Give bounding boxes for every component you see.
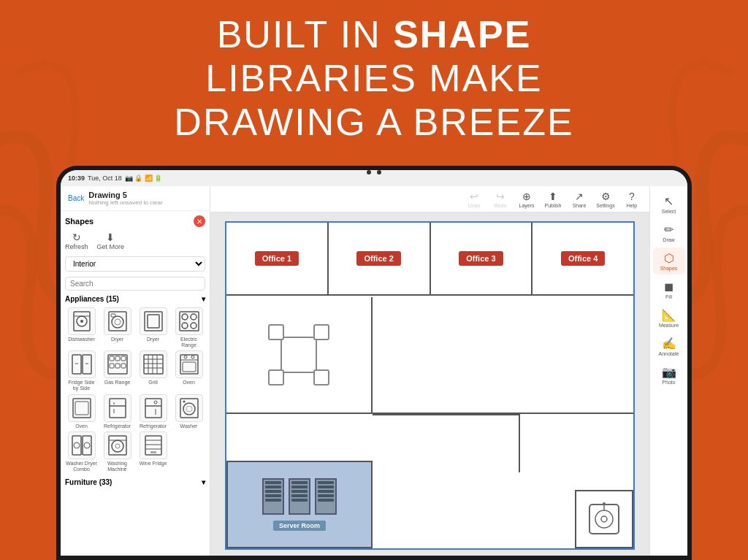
- sidebar-header: Back Drawing 5 Nothing left unsaved to c…: [61, 186, 210, 211]
- office-cell-3: Office 3: [431, 223, 533, 294]
- undo-button[interactable]: ↩ Undo: [464, 191, 484, 208]
- rack-unit: [318, 490, 334, 493]
- shape-item-gas-range[interactable]: Gas Range: [101, 350, 134, 391]
- shape-label: Wine Fridge: [140, 461, 167, 467]
- fill-icon: ◼: [664, 280, 673, 294]
- svg-rect-9: [148, 315, 159, 328]
- shapes-icon: ⬡: [664, 251, 674, 265]
- help-button[interactable]: ? Help: [622, 191, 642, 208]
- svg-rect-40: [110, 399, 126, 418]
- svg-rect-33: [180, 355, 198, 374]
- photo-tool-button[interactable]: 📷 Photo: [653, 361, 685, 388]
- svg-rect-15: [72, 355, 81, 374]
- headline-line2: LIBRARIES MAKE: [0, 57, 748, 101]
- sink-svg: [586, 501, 622, 537]
- office-cell-4: Office 4: [533, 223, 633, 294]
- meeting-area: [226, 297, 373, 414]
- right-toolbar: ↖ Select ✏ Draw ⬡ Shapes ◼ Fill 📐 Mea: [649, 186, 687, 556]
- shape-label: Grill: [148, 380, 157, 386]
- fill-label: Fill: [665, 294, 672, 299]
- svg-point-37: [191, 356, 194, 358]
- svg-rect-24: [115, 364, 120, 368]
- shape-label: Fridge Side by Side: [65, 380, 98, 391]
- status-icons-placeholder: 📷 🔒 📶 🔋: [125, 174, 163, 182]
- shape-label: Gas Range: [104, 380, 130, 386]
- rack-3: [315, 478, 337, 515]
- rack-unit: [291, 490, 308, 493]
- select-icon: ↖: [664, 194, 673, 208]
- shape-item-dishwasher[interactable]: Dishwasher: [65, 307, 98, 348]
- settings-button[interactable]: ⚙ Settings: [595, 191, 616, 208]
- shape-thumb-fridge: [68, 350, 96, 378]
- shape-thumb-washing-machine: [104, 431, 131, 459]
- share-button[interactable]: ↗ Share: [569, 191, 589, 208]
- shape-thumb-electric-range: [175, 307, 203, 335]
- wall-line: [519, 414, 520, 472]
- canvas-area[interactable]: Office 1 Office 2 Office 3 Office 4: [210, 212, 649, 556]
- shape-label: Oven: [183, 380, 195, 386]
- category-select[interactable]: InteriorExteriorElectricalPlumbing: [65, 256, 205, 272]
- svg-point-55: [84, 442, 90, 448]
- shape-label: Refrigerator: [104, 423, 131, 429]
- shape-item-washing-machine[interactable]: Washing Machine: [101, 431, 134, 472]
- measure-tool-button[interactable]: 📐 Measure: [653, 304, 685, 331]
- measure-label: Measure: [659, 323, 679, 328]
- select-label: Select: [662, 209, 676, 214]
- shape-thumb-gas-range: [104, 350, 131, 378]
- shape-label: Electric Range: [172, 337, 205, 348]
- refresh-button[interactable]: ↻ Refresh: [65, 231, 88, 250]
- shape-item-oven2[interactable]: Oven: [65, 394, 98, 429]
- camera-dot-left: [367, 170, 371, 174]
- shapes-panel[interactable]: Shapes ✕ ↻ Refresh ⬇ Get More Inter: [61, 211, 210, 556]
- back-button[interactable]: Back: [68, 194, 84, 202]
- shape-label: Washer Dryer Combo: [65, 461, 98, 472]
- shape-item-fridge[interactable]: Fridge Side by Side: [65, 350, 98, 391]
- svg-point-36: [184, 356, 187, 358]
- search-input[interactable]: [65, 277, 205, 291]
- shape-item-refrigerator2[interactable]: Refrigerator: [137, 394, 169, 429]
- shape-item-dryer2[interactable]: Dryer: [137, 307, 169, 348]
- redo-button[interactable]: ↪ Redo: [490, 191, 511, 208]
- headline-line1: BUILT IN SHAPE: [0, 13, 748, 57]
- draw-tool-button[interactable]: ✏ Draw: [653, 219, 685, 246]
- select-tool-button[interactable]: ↖ Select: [653, 191, 685, 218]
- shape-thumb-refrigerator1: [104, 394, 131, 422]
- shape-item-dryer1[interactable]: Dryer: [101, 307, 134, 348]
- shape-item-wine-fridge[interactable]: Wine Fridge: [137, 431, 169, 472]
- annotate-tool-button[interactable]: ✍ Annotate: [653, 333, 685, 360]
- main-area: ↩ Undo ↪ Redo ⊕ Layers ⬆ Publish: [210, 186, 649, 556]
- get-more-button[interactable]: ⬇ Get More: [97, 231, 125, 250]
- furniture-category-header[interactable]: Furniture (33) ▾: [65, 478, 205, 486]
- close-shapes-button[interactable]: ✕: [194, 215, 205, 227]
- annotate-label: Annotate: [658, 351, 679, 356]
- shape-item-grill[interactable]: Grill: [137, 350, 169, 391]
- svg-rect-26: [144, 355, 163, 374]
- draw-label: Draw: [663, 237, 674, 242]
- svg-rect-20: [110, 356, 114, 361]
- publish-button[interactable]: ⬆ Publish: [543, 191, 563, 208]
- shapes-label: Shapes: [660, 266, 678, 271]
- corridor-divider: [373, 297, 633, 414]
- rack-unit: [318, 481, 334, 484]
- shape-thumb-dryer1: [104, 307, 131, 335]
- svg-rect-44: [145, 399, 161, 418]
- fill-tool-button[interactable]: ◼ Fill: [653, 276, 685, 303]
- headline-libraries-word: LIBRARIES: [205, 57, 417, 99]
- shape-label: Dryer: [111, 337, 123, 342]
- shape-item-oven1[interactable]: Oven: [172, 350, 205, 391]
- shape-label: Dishwasher: [68, 337, 95, 342]
- shape-item-washer[interactable]: Washer: [172, 394, 205, 429]
- shapes-panel-header: Shapes ✕: [65, 215, 205, 227]
- shapes-tool-button[interactable]: ⬡ Shapes: [653, 248, 685, 275]
- svg-point-69: [603, 502, 606, 505]
- shapes-panel-title: Shapes: [65, 217, 94, 226]
- svg-rect-39: [75, 402, 88, 415]
- shape-item-washer-dryer[interactable]: Washer Dryer Combo: [65, 431, 98, 472]
- shape-item-electric-range[interactable]: Electric Range: [172, 307, 205, 348]
- office-label-4: Office 4: [561, 251, 605, 266]
- chair-bottom-left: [268, 369, 284, 386]
- meeting-table: [262, 318, 335, 391]
- appliances-category-header[interactable]: Appliances (15) ▾: [65, 295, 205, 303]
- layers-button[interactable]: ⊕ Layers: [516, 191, 537, 208]
- shape-item-refrigerator1[interactable]: Refrigerator: [101, 394, 134, 429]
